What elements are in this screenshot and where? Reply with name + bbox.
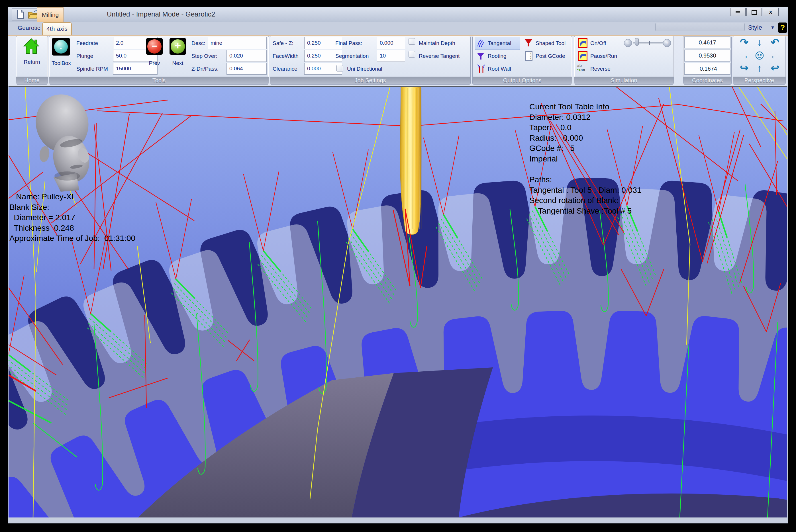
shaped-tool-icon [524,38,533,48]
next-label: Next [167,60,188,66]
post-gcode-option[interactable]: Post GCode [536,53,565,59]
plunge-label: Plunge [76,53,93,59]
view-right-icon[interactable]: → [737,49,752,62]
style-caret-icon[interactable]: ▼ [770,25,775,30]
help-button[interactable]: ? [778,22,787,33]
group-tools-label: Tools [49,77,269,84]
segmentation-field[interactable]: 10 [377,50,405,62]
return-home-icon[interactable] [23,38,40,55]
clearance-label: Clearance [273,66,298,72]
group-output-label: Output Options [473,77,572,84]
stepover-label: Step Over: [191,53,217,59]
group-persp-label: Perspective [733,77,785,84]
minus-icon: − [147,39,162,54]
safez-label: Safe - Z: [273,40,293,46]
zdnpass-label: Z-Dn/Pass: [191,66,219,72]
tangental-option[interactable]: Tangental [488,40,511,46]
sim-pauserun[interactable]: Pause/Run [590,53,617,59]
sim-speed-plus[interactable]: + [663,39,671,47]
3d-viewport[interactable]: Name: Pulley-XL Blank Size: Diameter = 2… [8,86,787,517]
coord-y-value: 0.9530 [684,50,731,61]
plus-icon: + [171,39,185,54]
tab-gearotic[interactable]: Gearotic [18,24,40,31]
minimize-button[interactable] [730,8,745,16]
rotate-cw-icon[interactable]: ↷ [737,36,752,49]
view-down-icon[interactable]: ↓ [752,36,767,49]
window-title: Untitled - Imperial Mode - Gearotic2 [107,10,215,18]
root-wall-icon [477,64,486,73]
coord-z-value: -0.1674 [684,63,731,75]
sim-reverse[interactable]: Reverse [590,66,610,72]
segmentation-label: Segmentation [335,53,369,59]
rooting-icon [476,52,485,61]
sim-speed-minus[interactable]: − [624,39,632,47]
group-coords-label: Coordinates [683,77,731,84]
group-sim-label: Simulation [574,77,674,84]
prev-label: Prev [144,60,165,66]
tool-table-overlay: Current Tool Table Info Diameter: 0.0312… [529,102,641,216]
front-view-icon[interactable] [752,49,767,62]
zdnpass-field[interactable]: 0.064 [227,63,267,75]
maintain-depth-label: Maintain Depth [419,40,455,46]
return-button[interactable]: Return [16,59,48,65]
sim-speed-handle[interactable] [635,38,639,46]
maintain-depth-checkbox[interactable] [409,38,415,45]
blank-info-overlay: Name: Pulley-XL Blank Size: Diameter = 2… [10,192,135,244]
next-tool-button[interactable]: + [170,38,186,55]
toolbox-icon: ↓ [54,40,68,54]
root-wall-option[interactable]: Root Wall [488,66,511,72]
finalpass-label: Final Pass: [335,40,362,46]
tilt-left-icon[interactable]: ↩ [767,62,782,75]
group-job-label: Job Settings [270,77,470,84]
sim-pauserun-icon [578,51,587,61]
feedrate-label: Feedrate [76,40,98,46]
rooting-option[interactable]: Rooting [488,53,507,59]
gear-scene [8,87,787,517]
tilt-right-icon[interactable]: ↪ [737,62,752,75]
stepover-field[interactable]: 0.020 [227,50,267,62]
finalpass-field[interactable]: 0.000 [377,37,405,49]
style-menu[interactable]: Style [748,24,762,31]
tangental-icon [477,38,486,48]
post-gcode-icon [525,51,533,61]
desc-field[interactable]: mine [208,37,267,49]
reverse-tangent-label: Reverse Tangent [419,53,459,59]
rotate-ccw-icon[interactable]: ↶ [767,36,782,49]
sim-onoff-icon [578,38,587,48]
spindle-rpm-label: Spindle RPM [76,66,108,72]
sim-speed-tick [649,41,650,45]
desc-label: Desc: [191,40,205,46]
view-up-icon[interactable]: ↑ [752,62,767,75]
unidirectional-label: Uni Directional [347,66,382,72]
view-left-icon[interactable]: ← [767,49,782,62]
sim-onoff[interactable]: On/Off [590,40,606,46]
tab-4th-axis[interactable]: 4th-axis [42,22,72,35]
new-file-icon[interactable] [16,10,25,19]
maximize-button[interactable] [746,8,762,16]
ribbon-blank-field [655,23,745,31]
close-button[interactable]: x [763,8,779,16]
facewidth-label: FaceWidth [273,53,299,59]
reverse-tangent-checkbox[interactable] [409,51,415,58]
coord-x-value: 0.4617 [684,36,731,49]
unidirectional-checkbox[interactable] [337,65,343,72]
group-home-label: Home [16,77,48,84]
toolbox-label: ToolBox [48,60,75,66]
toolbox-button[interactable]: ↓ [52,38,70,56]
tab-milling[interactable]: Milling [37,7,63,22]
shaped-tool-option[interactable]: Shaped Tool [536,40,566,46]
sim-reverse-icon: ab↪ac [577,63,589,74]
prev-tool-button[interactable]: − [146,38,163,55]
